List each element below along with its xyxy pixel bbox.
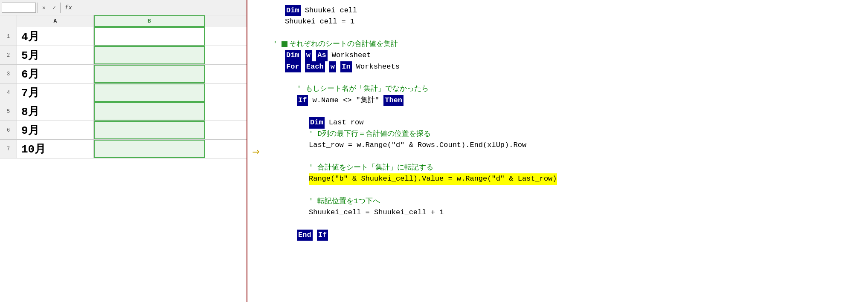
keyword-end: End <box>297 230 313 241</box>
formula-bar: ✕ ✓ fx <box>0 0 247 15</box>
code-text <box>313 230 317 241</box>
row-number: 6 <box>0 121 17 139</box>
code-text <box>301 50 305 61</box>
code-text <box>301 61 305 72</box>
table-row: 2 5月 <box>0 46 247 65</box>
code-line-blank <box>273 185 859 196</box>
code-line: ' 合計値をシート「集計」に転記する <box>273 162 859 173</box>
comment-text: ' 転記位置を1つ下へ <box>309 196 380 207</box>
sheet-grid: A B 1 4月 2 5月 3 6月 <box>0 15 247 302</box>
cell-a2[interactable]: 5月 <box>17 46 94 64</box>
cell-a7[interactable]: 10月 <box>17 140 94 158</box>
cell-b5[interactable] <box>94 102 205 121</box>
comment-text: ' もしシート名が「集計」でなかったら <box>297 83 429 95</box>
code-text: Shuukei_cell <box>301 5 357 16</box>
code-line-blank <box>273 72 859 83</box>
code-text <box>312 50 316 61</box>
spreadsheet-panel: ✕ ✓ fx A B 1 4月 2 5月 <box>0 0 247 302</box>
comment-text: ' それぞれのシートの合計値を集計 <box>273 39 398 50</box>
table-row: 1 4月 <box>0 27 247 46</box>
cell-a3[interactable]: 6月 <box>17 65 94 83</box>
row-number: 7 <box>0 140 17 158</box>
code-text <box>325 61 329 72</box>
row-number: 3 <box>0 65 17 83</box>
formula-bar-separator <box>38 3 38 13</box>
keyword-dim: Dim <box>285 5 301 16</box>
keyword-as: As <box>316 50 327 61</box>
code-line: Shuukei_cell = 1 <box>273 16 859 27</box>
cell-b2[interactable] <box>94 46 205 64</box>
code-line-blank <box>273 151 859 162</box>
row-num-header <box>0 15 17 27</box>
code-line: ' D列の最下行＝合計値の位置を探る <box>273 129 859 140</box>
code-line-blank <box>273 219 859 230</box>
fx-label: fx <box>62 4 75 11</box>
cell-b3[interactable] <box>94 65 205 83</box>
sheet-rows: 1 4月 2 5月 3 6月 4 7月 <box>0 27 247 302</box>
keyword-w: w <box>305 50 312 61</box>
code-text <box>336 61 340 72</box>
keyword-in: In <box>340 61 351 72</box>
code-text: Worksheets <box>352 61 400 72</box>
table-row: 4 7月 <box>0 83 247 102</box>
code-line: Last_row = w.Range("d" & Rows.Count).End… <box>273 140 859 151</box>
cell-b4[interactable] <box>94 83 205 102</box>
row-number: 1 <box>0 27 17 46</box>
column-headers: A B <box>0 15 247 27</box>
keyword-w2: w <box>329 61 336 72</box>
keyword-if2: If <box>317 230 328 241</box>
code-line: If w.Name <> "集計" Then <box>273 95 859 106</box>
highlighted-code: Range("b" & Shuukei_cell).Value = w.Rang… <box>309 173 557 184</box>
confirm-button[interactable]: ✓ <box>50 3 58 13</box>
name-box[interactable] <box>2 3 36 13</box>
code-text: w.Name <> "集計" <box>308 95 383 106</box>
code-text: Shuukei_cell = Shuukei_cell + 1 <box>309 207 444 218</box>
cancel-button[interactable]: ✕ <box>40 3 48 13</box>
arrow-icon: ⇒ <box>253 144 260 158</box>
row-number: 4 <box>0 83 17 102</box>
code-line: Dim Shuukei_cell <box>273 5 859 16</box>
arrow-indicator: ⇒ <box>247 0 264 302</box>
keyword-for: For <box>285 61 301 72</box>
code-text: Last_row = w.Range("d" & Rows.Count).End… <box>309 140 526 151</box>
cell-b7[interactable] <box>94 140 205 158</box>
table-row: 7 10月 <box>0 140 247 158</box>
code-text: Last_row <box>325 117 364 128</box>
cell-b6[interactable] <box>94 121 205 139</box>
cell-a5[interactable]: 8月 <box>17 102 94 121</box>
keyword-dim: Dim <box>285 50 301 61</box>
keyword-each: Each <box>305 61 325 72</box>
code-line: Dim w As Worksheet <box>273 50 859 61</box>
code-line: ' 転記位置を1つ下へ <box>273 196 859 207</box>
keyword-then: Then <box>383 95 404 106</box>
table-row: 6 9月 <box>0 121 247 140</box>
comment-text: ' D列の最下行＝合計値の位置を探る <box>309 129 431 140</box>
code-line-blank <box>273 28 859 39</box>
table-row: 3 6月 <box>0 65 247 83</box>
code-line: End If <box>273 230 859 241</box>
formula-bar-separator2 <box>60 3 61 13</box>
code-text: Shuukei_cell = 1 <box>285 16 354 27</box>
row-number: 5 <box>0 102 17 121</box>
code-line: ' もしシート名が「集計」でなかったら <box>273 83 859 95</box>
code-text: Worksheet <box>328 50 371 61</box>
cell-a4[interactable]: 7月 <box>17 83 94 102</box>
code-line-blank <box>273 106 859 117</box>
cell-a1[interactable]: 4月 <box>17 27 94 46</box>
col-header-a[interactable]: A <box>17 15 94 27</box>
keyword-dim2: Dim <box>309 117 325 128</box>
code-panel: Dim Shuukei_cell Shuukei_cell = 1 ' それぞれ… <box>264 0 868 302</box>
code-line-highlight: Range("b" & Shuukei_cell).Value = w.Rang… <box>273 173 859 184</box>
comment-text: ' 合計値をシート「集計」に転記する <box>309 162 433 173</box>
row-number: 2 <box>0 46 17 64</box>
code-line: ' それぞれのシートの合計値を集計 <box>273 39 859 50</box>
cell-b1[interactable] <box>94 27 205 46</box>
keyword-if: If <box>297 95 308 106</box>
code-line: Shuukei_cell = Shuukei_cell + 1 <box>273 207 859 218</box>
code-line: Dim Last_row <box>273 117 859 128</box>
code-line: For Each w In Worksheets <box>273 61 859 72</box>
table-row: 5 8月 <box>0 102 247 121</box>
cell-a6[interactable]: 9月 <box>17 121 94 139</box>
col-header-b[interactable]: B <box>94 15 205 27</box>
